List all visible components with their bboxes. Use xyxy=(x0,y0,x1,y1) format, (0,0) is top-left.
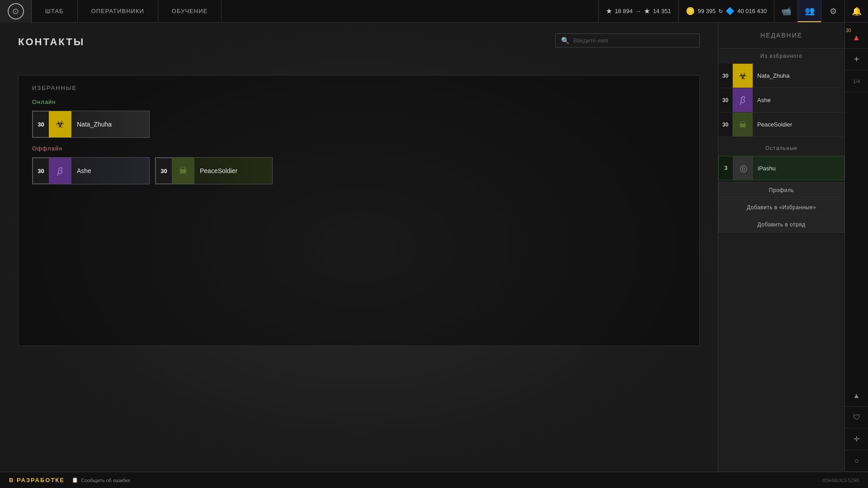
triangle-icon: ▲ xyxy=(853,33,861,42)
circle-icon: ◎ xyxy=(733,156,753,180)
nav-tab-operativniki[interactable]: ОПЕРАТИВНИКИ xyxy=(78,0,158,22)
profile-button[interactable]: Профиль xyxy=(718,182,844,198)
page-counter-label: 1/4 xyxy=(853,79,860,84)
contact-nata-online[interactable]: 30 ☣ Nata_Zhuha xyxy=(32,111,150,138)
context-menu: Профиль Добавить в «Избранные» Добавить … xyxy=(718,180,844,235)
skull-icon: ☠ xyxy=(172,158,194,184)
skull-icon: ☠ xyxy=(733,113,753,136)
search-icon: 🔍 xyxy=(561,37,570,45)
offline-contacts-row: 30 β Ashe 30 ☠ PeaceSoldier xyxy=(32,157,686,184)
nav-tab-obuchenie[interactable]: ОБУЧЕНИЕ xyxy=(158,0,222,22)
biohazard-icon: ☣ xyxy=(49,111,71,137)
premium-value: 40 016 430 xyxy=(737,8,767,14)
coin-icon: 🪙 xyxy=(686,7,695,15)
right-panel: НЕДАВНИЕ Из избранного 30 ☣ Nata_Zhuha 3… xyxy=(718,23,844,472)
online-contacts-row: 30 ☣ Nata_Zhuha xyxy=(32,111,686,138)
stat-coins: 🪙 99 395 ↻ 🔷 40 016 430 xyxy=(678,0,774,22)
level-badge: 30 xyxy=(33,111,49,137)
offline-label: Оффлайн xyxy=(32,145,686,152)
nav-tab-shtab[interactable]: ШТАБ xyxy=(32,0,78,22)
contact-peace-offline[interactable]: 30 ☠ PeaceSoldier xyxy=(155,157,273,184)
from-favorites-title: Из избранного xyxy=(718,48,844,64)
stars1-value: 18 894 xyxy=(615,8,633,14)
top-stats: ★ 18 894 → ★ 14 351 🪙 99 395 ↻ 🔷 40 016 … xyxy=(598,0,774,22)
refresh-icon: ↻ xyxy=(718,8,723,14)
contacts-area: ИЗБРАННЫЕ Онлайн 30 ☣ Nata_Zhuha Оффлайн… xyxy=(18,75,700,346)
shield-btn[interactable]: 🛡 xyxy=(845,407,868,428)
contact-name: PeaceSoldier xyxy=(753,121,844,128)
add-squad-button[interactable]: Добавить в отряд xyxy=(718,216,844,233)
recent-ipashu[interactable]: 3 ◎ iPashu xyxy=(718,156,844,180)
contact-name: Nata_Zhuha xyxy=(71,121,149,128)
crosshair-btn[interactable]: ✛ xyxy=(845,428,868,450)
beta-icon: β xyxy=(49,158,71,184)
recent-peace[interactable]: 30 ☠ PeaceSoldier xyxy=(718,113,844,137)
search-input[interactable] xyxy=(573,34,649,47)
alert-count: 30 xyxy=(846,28,851,33)
contacts-button[interactable]: 👥 xyxy=(797,0,821,22)
page-header: КОНТАКТЫ 🔍 xyxy=(18,36,700,61)
premium-icon: 🔷 xyxy=(726,7,735,15)
nav-tabs: ШТАБ ОПЕРАТИВНИКИ ОБУЧЕНИЕ xyxy=(32,0,222,22)
beta-icon: β xyxy=(733,88,753,112)
contact-name: Ashe xyxy=(71,167,149,174)
top-icon-buttons: 📹 👥 ⚙ 🔔 xyxy=(774,0,868,22)
page-counter: 1/4 xyxy=(845,70,868,92)
logo-icon: ⊙ xyxy=(8,3,24,19)
level-badge: 30 xyxy=(718,64,733,88)
search-container: 🔍 xyxy=(555,33,700,47)
star2-icon: ★ xyxy=(644,7,650,15)
page-title: КОНТАКТЫ xyxy=(18,36,85,48)
notifications-button[interactable]: 🔔 xyxy=(844,0,868,22)
circle-btn[interactable]: ○ xyxy=(845,450,868,472)
recent-header: НЕДАВНИЕ xyxy=(718,23,844,48)
dev-label: В РАЗРАБОТКЕ xyxy=(9,477,65,483)
far-right-panel: ▲ 30 + 1/4 ▲ 🛡 ✛ ○ xyxy=(844,23,868,472)
favorites-label: ИЗБРАННЫЕ xyxy=(32,84,686,91)
top-nav: ⊙ ШТАБ ОПЕРАТИВНИКИ ОБУЧЕНИЕ ★ 18 894 → … xyxy=(0,0,868,23)
camera-button[interactable]: 📹 xyxy=(774,0,797,22)
stat-stars1: ★ 18 894 → ★ 14 351 xyxy=(598,0,679,22)
plus-icon: + xyxy=(854,54,859,65)
settings-button[interactable]: ⚙ xyxy=(821,0,844,22)
report-icon: 📋 xyxy=(72,477,78,483)
others-title: Остальные xyxy=(718,141,844,156)
contact-name: Ashe xyxy=(753,97,844,103)
shield-icon: 🛡 xyxy=(853,413,860,422)
left-panel: КОНТАКТЫ 🔍 ИЗБРАННЫЕ Онлайн 30 ☣ Nata_Zh… xyxy=(0,23,718,472)
stars2-value: 14 351 xyxy=(653,8,671,14)
report-button[interactable]: 📋 Сообщить об ошибке xyxy=(72,477,130,483)
recent-nata[interactable]: 30 ☣ Nata_Zhuha xyxy=(718,64,844,88)
level-badge: 30 xyxy=(156,158,172,184)
coins-value: 99 395 xyxy=(698,8,716,14)
level-badge: 3 xyxy=(719,156,733,180)
recent-ashe[interactable]: 30 β Ashe xyxy=(718,88,844,113)
arrow-icon: → xyxy=(635,8,641,14)
triangle-up-icon: ▲ xyxy=(853,392,860,400)
version-id: df3e66cfc3-5290 xyxy=(822,478,859,483)
level-badge: 30 xyxy=(718,88,733,112)
contact-ashe-offline[interactable]: 30 β Ashe xyxy=(32,157,150,184)
circle-icon: ○ xyxy=(854,457,859,465)
triangle-btn[interactable]: ▲ xyxy=(845,385,868,407)
main-area: КОНТАКТЫ 🔍 ИЗБРАННЫЕ Онлайн 30 ☣ Nata_Zh… xyxy=(0,23,868,472)
level-badge: 30 xyxy=(33,158,49,184)
add-button[interactable]: + xyxy=(845,49,868,70)
contact-name: PeaceSoldier xyxy=(194,167,272,174)
logo-button[interactable]: ⊙ xyxy=(0,0,32,23)
alert-button[interactable]: ▲ 30 xyxy=(845,27,868,49)
add-favorites-button[interactable]: Добавить в «Избранные» xyxy=(718,199,844,216)
crosshair-icon: ✛ xyxy=(854,435,859,443)
level-badge: 30 xyxy=(718,113,733,136)
bottom-bar: В РАЗРАБОТКЕ 📋 Сообщить об ошибке df3e66… xyxy=(0,472,868,488)
report-label: Сообщить об ошибке xyxy=(81,478,130,483)
star-icon: ★ xyxy=(606,7,612,15)
contact-name: iPashu xyxy=(753,165,844,172)
biohazard-icon: ☣ xyxy=(733,64,753,88)
contact-name: Nata_Zhuha xyxy=(753,72,844,79)
online-label: Онлайн xyxy=(32,99,686,105)
